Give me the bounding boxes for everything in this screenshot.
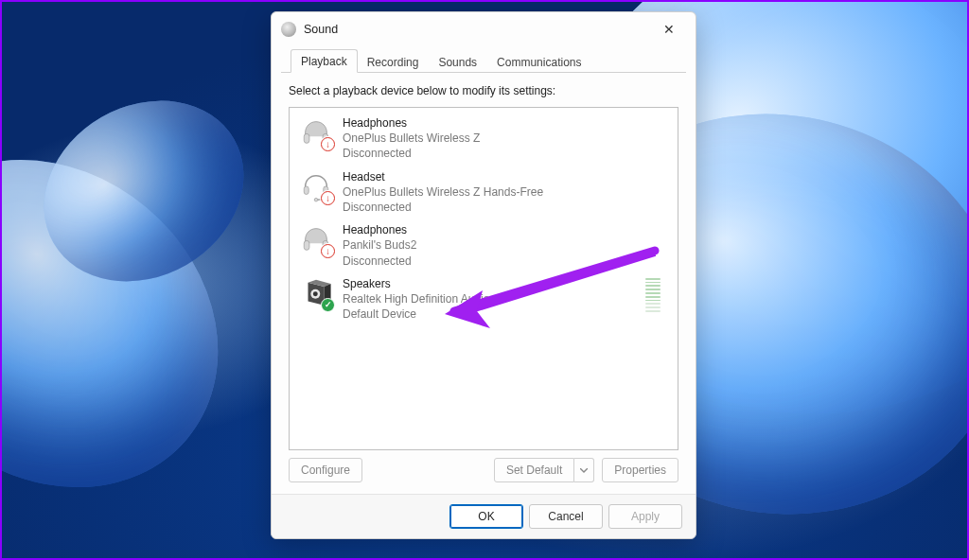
tab-recording[interactable]: Recording xyxy=(357,50,430,74)
device-description: OnePlus Bullets Wireless Z xyxy=(343,131,668,146)
list-item[interactable]: Headset OnePlus Bullets Wireless Z Hands… xyxy=(291,166,676,219)
device-name: Headphones xyxy=(343,115,668,131)
svg-rect-0 xyxy=(304,133,309,143)
headset-icon xyxy=(299,169,333,203)
device-description: OnePlus Bullets Wireless Z Hands-Free xyxy=(343,184,668,200)
device-status: Disconnected xyxy=(343,146,668,161)
tab-content: Select a playback device below to modify… xyxy=(272,73,696,494)
titlebar[interactable]: Sound ✕ xyxy=(272,12,696,46)
svg-rect-2 xyxy=(304,186,308,195)
device-description: Pankil's Buds2 xyxy=(343,237,668,253)
list-item[interactable]: Headphones Pankil's Buds2 Disconnected xyxy=(291,219,676,272)
set-default-button[interactable]: Set Default xyxy=(494,458,574,482)
device-list[interactable]: Headphones OnePlus Bullets Wireless Z Di… xyxy=(289,107,678,450)
sound-dialog: Sound ✕ Playback Recording Sounds Commun… xyxy=(271,11,696,539)
disconnected-badge-icon xyxy=(321,137,335,151)
level-meter xyxy=(645,278,661,312)
instruction-text: Select a playback device below to modify… xyxy=(289,84,678,97)
device-name: Headset xyxy=(343,169,668,184)
list-item[interactable]: Headphones OnePlus Bullets Wireless Z Di… xyxy=(291,112,676,166)
ok-button[interactable]: OK xyxy=(449,504,523,529)
dialog-footer: OK Cancel Apply xyxy=(272,494,696,538)
sound-icon xyxy=(281,22,296,37)
set-default-dropdown[interactable] xyxy=(574,458,594,482)
device-status: Default Device xyxy=(343,306,636,322)
device-name: Headphones xyxy=(343,222,668,237)
window-title: Sound xyxy=(304,23,650,36)
svg-rect-5 xyxy=(304,241,309,251)
device-action-row: Configure Set Default Properties xyxy=(289,450,678,486)
svg-point-4 xyxy=(314,198,318,201)
tab-strip: Playback Recording Sounds Communications xyxy=(281,48,686,73)
disconnected-badge-icon xyxy=(321,191,335,205)
configure-button[interactable]: Configure xyxy=(289,458,362,482)
device-description: Realtek High Definition Audio xyxy=(343,291,636,306)
disconnected-badge-icon xyxy=(321,244,335,258)
apply-button[interactable]: Apply xyxy=(608,504,682,529)
device-status: Disconnected xyxy=(343,254,668,269)
tab-playback[interactable]: Playback xyxy=(291,49,358,73)
chevron-down-icon xyxy=(580,468,588,473)
properties-button[interactable]: Properties xyxy=(602,458,678,482)
set-default-split-button[interactable]: Set Default xyxy=(494,458,594,482)
default-badge-icon xyxy=(321,298,335,312)
speaker-icon xyxy=(299,276,333,310)
tab-sounds[interactable]: Sounds xyxy=(428,50,487,74)
device-status: Disconnected xyxy=(343,200,668,215)
device-name: Speakers xyxy=(343,276,636,291)
list-item[interactable]: Speakers Realtek High Definition Audio D… xyxy=(291,272,676,326)
cancel-button[interactable]: Cancel xyxy=(529,504,603,529)
headphones-icon xyxy=(299,115,333,149)
headphones-icon xyxy=(299,222,333,256)
svg-point-11 xyxy=(313,291,318,296)
tab-communications[interactable]: Communications xyxy=(486,50,591,74)
close-button[interactable]: ✕ xyxy=(650,16,688,43)
